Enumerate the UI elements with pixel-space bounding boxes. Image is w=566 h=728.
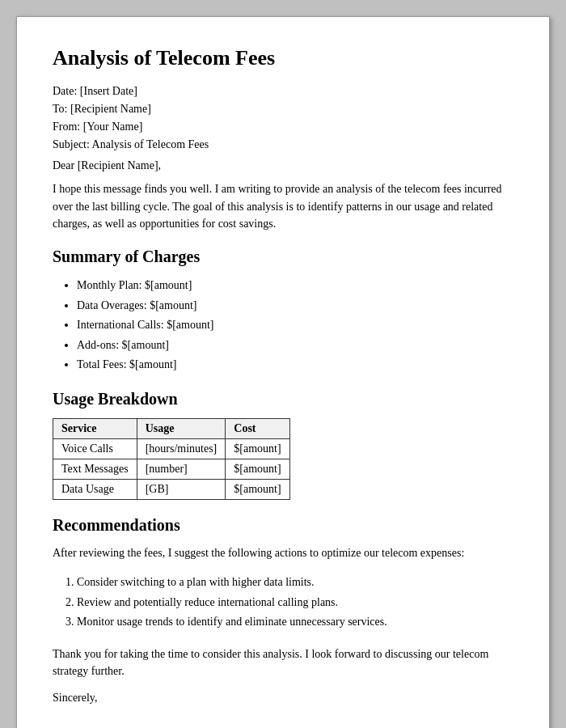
to-line: To: [Recipient Name] bbox=[53, 103, 513, 116]
date-line: Date: [Insert Date] bbox=[53, 85, 513, 98]
usage-heading: Usage Breakdown bbox=[53, 390, 513, 408]
table-cell: $[amount] bbox=[226, 479, 289, 499]
table-row: Data Usage[GB]$[amount] bbox=[53, 479, 290, 499]
closing-paragraph: Thank you for taking the time to conside… bbox=[53, 645, 513, 680]
summary-list-item: Monthly Plan: $[amount] bbox=[77, 276, 513, 296]
summary-list-item: Add-ons: $[amount] bbox=[77, 336, 513, 356]
table-header-row: ServiceUsageCost bbox=[53, 418, 290, 438]
from-line: From: [Your Name] bbox=[53, 121, 513, 133]
table-row: Voice Calls[hours/minutes]$[amount] bbox=[53, 438, 290, 459]
table-header-cell: Service bbox=[53, 418, 137, 438]
table-header-cell: Usage bbox=[137, 418, 226, 438]
recommendations-intro: After reviewing the fees, I suggest the … bbox=[53, 544, 513, 562]
recommendations-heading: Recommendations bbox=[53, 516, 513, 535]
recommendation-item: Review and potentially reduce internatio… bbox=[77, 593, 513, 613]
table-cell: $[amount] bbox=[226, 459, 289, 479]
table-cell: [number] bbox=[137, 459, 226, 479]
recommendation-item: Consider switching to a plan with higher… bbox=[77, 573, 513, 593]
recommendations-list: Consider switching to a plan with higher… bbox=[53, 573, 513, 633]
subject-line: Subject: Analysis of Telecom Fees bbox=[53, 138, 513, 151]
table-cell: Voice Calls bbox=[53, 438, 137, 459]
recommendation-item: Monitor usage trends to identify and eli… bbox=[77, 612, 513, 633]
usage-table: ServiceUsageCost Voice Calls[hours/minut… bbox=[53, 418, 290, 500]
document-container: Analysis of Telecom Fees Date: [Insert D… bbox=[16, 16, 550, 728]
usage-table-body: Voice Calls[hours/minutes]$[amount]Text … bbox=[53, 438, 290, 499]
sincerely-line: Sincerely, bbox=[53, 692, 513, 705]
usage-table-head: ServiceUsageCost bbox=[53, 418, 290, 438]
summary-list: Monthly Plan: $[amount]Data Overages: $[… bbox=[53, 276, 513, 375]
summary-list-item: International Calls: $[amount] bbox=[77, 315, 513, 336]
table-cell: [hours/minutes] bbox=[137, 438, 226, 459]
intro-paragraph: I hope this message finds you well. I am… bbox=[53, 180, 513, 233]
document-title: Analysis of Telecom Fees bbox=[53, 46, 513, 70]
table-header-cell: Cost bbox=[226, 418, 289, 438]
table-cell: $[amount] bbox=[226, 438, 289, 459]
summary-list-item: Data Overages: $[amount] bbox=[77, 296, 513, 316]
summary-heading: Summary of Charges bbox=[53, 248, 513, 266]
table-cell: Text Messages bbox=[53, 459, 137, 479]
table-cell: Data Usage bbox=[53, 479, 137, 499]
greeting-line: Dear [Recipient Name], bbox=[53, 159, 513, 172]
summary-list-item: Total Fees: $[amount] bbox=[77, 355, 513, 375]
table-row: Text Messages[number]$[amount] bbox=[53, 459, 290, 479]
table-cell: [GB] bbox=[137, 479, 226, 499]
